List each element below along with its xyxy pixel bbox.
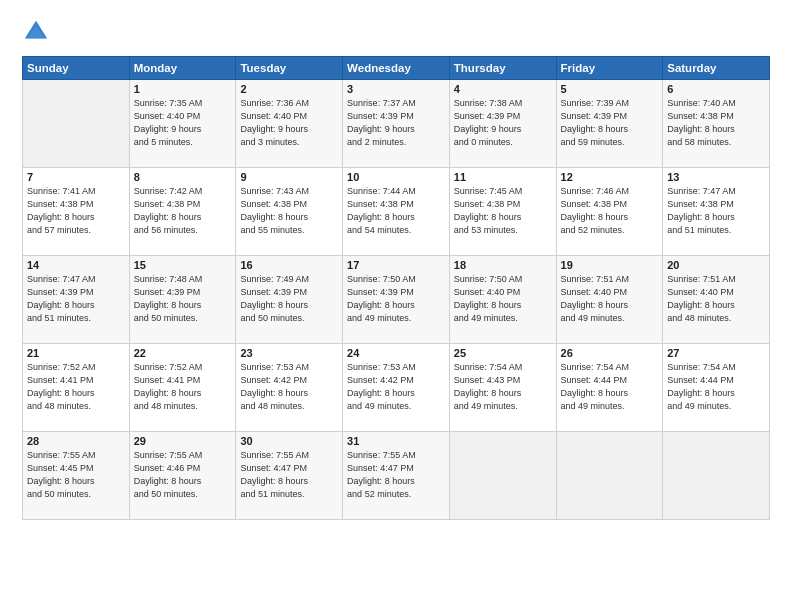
calendar-table: SundayMondayTuesdayWednesdayThursdayFrid… bbox=[22, 56, 770, 520]
calendar-cell: 29Sunrise: 7:55 AM Sunset: 4:46 PM Dayli… bbox=[129, 432, 236, 520]
day-number: 18 bbox=[454, 259, 552, 271]
day-info: Sunrise: 7:46 AM Sunset: 4:38 PM Dayligh… bbox=[561, 185, 659, 237]
day-number: 25 bbox=[454, 347, 552, 359]
calendar-cell: 15Sunrise: 7:48 AM Sunset: 4:39 PM Dayli… bbox=[129, 256, 236, 344]
day-number: 15 bbox=[134, 259, 232, 271]
calendar-cell: 3Sunrise: 7:37 AM Sunset: 4:39 PM Daylig… bbox=[343, 80, 450, 168]
day-header-sunday: Sunday bbox=[23, 57, 130, 80]
day-number: 14 bbox=[27, 259, 125, 271]
day-info: Sunrise: 7:53 AM Sunset: 4:42 PM Dayligh… bbox=[240, 361, 338, 413]
logo bbox=[22, 18, 54, 46]
calendar-cell: 21Sunrise: 7:52 AM Sunset: 4:41 PM Dayli… bbox=[23, 344, 130, 432]
day-header-friday: Friday bbox=[556, 57, 663, 80]
day-number: 16 bbox=[240, 259, 338, 271]
week-row-5: 28Sunrise: 7:55 AM Sunset: 4:45 PM Dayli… bbox=[23, 432, 770, 520]
day-info: Sunrise: 7:55 AM Sunset: 4:47 PM Dayligh… bbox=[240, 449, 338, 501]
day-info: Sunrise: 7:54 AM Sunset: 4:44 PM Dayligh… bbox=[667, 361, 765, 413]
calendar-cell: 9Sunrise: 7:43 AM Sunset: 4:38 PM Daylig… bbox=[236, 168, 343, 256]
day-number: 7 bbox=[27, 171, 125, 183]
day-header-monday: Monday bbox=[129, 57, 236, 80]
day-header-tuesday: Tuesday bbox=[236, 57, 343, 80]
day-number: 3 bbox=[347, 83, 445, 95]
calendar-cell: 19Sunrise: 7:51 AM Sunset: 4:40 PM Dayli… bbox=[556, 256, 663, 344]
day-number: 10 bbox=[347, 171, 445, 183]
day-number: 29 bbox=[134, 435, 232, 447]
day-info: Sunrise: 7:48 AM Sunset: 4:39 PM Dayligh… bbox=[134, 273, 232, 325]
day-number: 27 bbox=[667, 347, 765, 359]
day-info: Sunrise: 7:50 AM Sunset: 4:39 PM Dayligh… bbox=[347, 273, 445, 325]
calendar-cell: 25Sunrise: 7:54 AM Sunset: 4:43 PM Dayli… bbox=[449, 344, 556, 432]
day-info: Sunrise: 7:39 AM Sunset: 4:39 PM Dayligh… bbox=[561, 97, 659, 149]
day-info: Sunrise: 7:35 AM Sunset: 4:40 PM Dayligh… bbox=[134, 97, 232, 149]
day-info: Sunrise: 7:55 AM Sunset: 4:46 PM Dayligh… bbox=[134, 449, 232, 501]
day-info: Sunrise: 7:42 AM Sunset: 4:38 PM Dayligh… bbox=[134, 185, 232, 237]
day-info: Sunrise: 7:45 AM Sunset: 4:38 PM Dayligh… bbox=[454, 185, 552, 237]
calendar-cell: 28Sunrise: 7:55 AM Sunset: 4:45 PM Dayli… bbox=[23, 432, 130, 520]
calendar-cell bbox=[556, 432, 663, 520]
calendar-cell: 2Sunrise: 7:36 AM Sunset: 4:40 PM Daylig… bbox=[236, 80, 343, 168]
day-number: 26 bbox=[561, 347, 659, 359]
week-row-2: 7Sunrise: 7:41 AM Sunset: 4:38 PM Daylig… bbox=[23, 168, 770, 256]
day-info: Sunrise: 7:47 AM Sunset: 4:39 PM Dayligh… bbox=[27, 273, 125, 325]
day-info: Sunrise: 7:53 AM Sunset: 4:42 PM Dayligh… bbox=[347, 361, 445, 413]
day-info: Sunrise: 7:49 AM Sunset: 4:39 PM Dayligh… bbox=[240, 273, 338, 325]
day-info: Sunrise: 7:50 AM Sunset: 4:40 PM Dayligh… bbox=[454, 273, 552, 325]
day-header-wednesday: Wednesday bbox=[343, 57, 450, 80]
week-row-3: 14Sunrise: 7:47 AM Sunset: 4:39 PM Dayli… bbox=[23, 256, 770, 344]
day-number: 30 bbox=[240, 435, 338, 447]
calendar-cell: 24Sunrise: 7:53 AM Sunset: 4:42 PM Dayli… bbox=[343, 344, 450, 432]
day-number: 6 bbox=[667, 83, 765, 95]
calendar-cell: 8Sunrise: 7:42 AM Sunset: 4:38 PM Daylig… bbox=[129, 168, 236, 256]
calendar-cell bbox=[23, 80, 130, 168]
header-row: SundayMondayTuesdayWednesdayThursdayFrid… bbox=[23, 57, 770, 80]
calendar-cell: 27Sunrise: 7:54 AM Sunset: 4:44 PM Dayli… bbox=[663, 344, 770, 432]
day-number: 2 bbox=[240, 83, 338, 95]
day-info: Sunrise: 7:52 AM Sunset: 4:41 PM Dayligh… bbox=[134, 361, 232, 413]
week-row-1: 1Sunrise: 7:35 AM Sunset: 4:40 PM Daylig… bbox=[23, 80, 770, 168]
day-info: Sunrise: 7:52 AM Sunset: 4:41 PM Dayligh… bbox=[27, 361, 125, 413]
day-number: 23 bbox=[240, 347, 338, 359]
calendar-cell: 13Sunrise: 7:47 AM Sunset: 4:38 PM Dayli… bbox=[663, 168, 770, 256]
page: SundayMondayTuesdayWednesdayThursdayFrid… bbox=[0, 0, 792, 612]
week-row-4: 21Sunrise: 7:52 AM Sunset: 4:41 PM Dayli… bbox=[23, 344, 770, 432]
calendar-cell: 14Sunrise: 7:47 AM Sunset: 4:39 PM Dayli… bbox=[23, 256, 130, 344]
calendar-cell: 30Sunrise: 7:55 AM Sunset: 4:47 PM Dayli… bbox=[236, 432, 343, 520]
day-info: Sunrise: 7:54 AM Sunset: 4:43 PM Dayligh… bbox=[454, 361, 552, 413]
calendar-cell: 10Sunrise: 7:44 AM Sunset: 4:38 PM Dayli… bbox=[343, 168, 450, 256]
calendar-cell: 23Sunrise: 7:53 AM Sunset: 4:42 PM Dayli… bbox=[236, 344, 343, 432]
day-info: Sunrise: 7:51 AM Sunset: 4:40 PM Dayligh… bbox=[561, 273, 659, 325]
day-number: 9 bbox=[240, 171, 338, 183]
day-info: Sunrise: 7:37 AM Sunset: 4:39 PM Dayligh… bbox=[347, 97, 445, 149]
day-number: 13 bbox=[667, 171, 765, 183]
calendar-header: SundayMondayTuesdayWednesdayThursdayFrid… bbox=[23, 57, 770, 80]
calendar-cell: 22Sunrise: 7:52 AM Sunset: 4:41 PM Dayli… bbox=[129, 344, 236, 432]
calendar-cell: 18Sunrise: 7:50 AM Sunset: 4:40 PM Dayli… bbox=[449, 256, 556, 344]
calendar-cell: 7Sunrise: 7:41 AM Sunset: 4:38 PM Daylig… bbox=[23, 168, 130, 256]
day-number: 8 bbox=[134, 171, 232, 183]
day-number: 12 bbox=[561, 171, 659, 183]
day-number: 5 bbox=[561, 83, 659, 95]
calendar-cell bbox=[449, 432, 556, 520]
day-info: Sunrise: 7:44 AM Sunset: 4:38 PM Dayligh… bbox=[347, 185, 445, 237]
day-info: Sunrise: 7:38 AM Sunset: 4:39 PM Dayligh… bbox=[454, 97, 552, 149]
calendar-cell: 4Sunrise: 7:38 AM Sunset: 4:39 PM Daylig… bbox=[449, 80, 556, 168]
day-number: 1 bbox=[134, 83, 232, 95]
day-info: Sunrise: 7:51 AM Sunset: 4:40 PM Dayligh… bbox=[667, 273, 765, 325]
day-info: Sunrise: 7:47 AM Sunset: 4:38 PM Dayligh… bbox=[667, 185, 765, 237]
day-number: 11 bbox=[454, 171, 552, 183]
header bbox=[22, 18, 770, 46]
day-info: Sunrise: 7:36 AM Sunset: 4:40 PM Dayligh… bbox=[240, 97, 338, 149]
day-number: 31 bbox=[347, 435, 445, 447]
day-number: 19 bbox=[561, 259, 659, 271]
day-number: 4 bbox=[454, 83, 552, 95]
calendar-cell: 26Sunrise: 7:54 AM Sunset: 4:44 PM Dayli… bbox=[556, 344, 663, 432]
day-number: 28 bbox=[27, 435, 125, 447]
calendar-cell: 1Sunrise: 7:35 AM Sunset: 4:40 PM Daylig… bbox=[129, 80, 236, 168]
calendar-cell: 12Sunrise: 7:46 AM Sunset: 4:38 PM Dayli… bbox=[556, 168, 663, 256]
calendar-cell: 31Sunrise: 7:55 AM Sunset: 4:47 PM Dayli… bbox=[343, 432, 450, 520]
calendar-cell: 20Sunrise: 7:51 AM Sunset: 4:40 PM Dayli… bbox=[663, 256, 770, 344]
logo-icon bbox=[22, 18, 50, 46]
day-number: 22 bbox=[134, 347, 232, 359]
day-info: Sunrise: 7:43 AM Sunset: 4:38 PM Dayligh… bbox=[240, 185, 338, 237]
calendar-cell: 16Sunrise: 7:49 AM Sunset: 4:39 PM Dayli… bbox=[236, 256, 343, 344]
